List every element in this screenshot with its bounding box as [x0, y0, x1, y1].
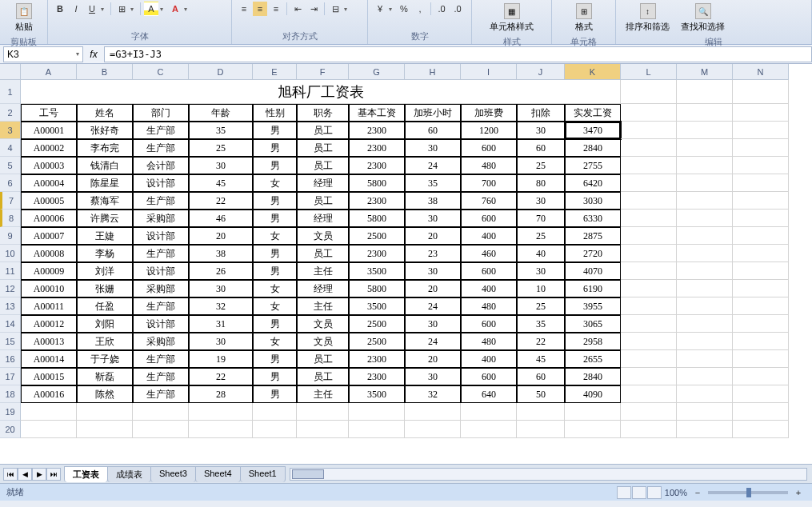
- sheet-tab[interactable]: 成绩表: [107, 466, 151, 482]
- data-cell[interactable]: 男: [253, 210, 297, 227]
- data-cell[interactable]: 2300: [349, 157, 405, 174]
- data-cell[interactable]: 460: [461, 245, 517, 262]
- row-header-18[interactable]: 18: [0, 385, 21, 403]
- data-cell[interactable]: 主任: [297, 262, 349, 280]
- sheet-tab[interactable]: Sheet3: [150, 466, 196, 482]
- data-cell[interactable]: 采购部: [133, 333, 189, 350]
- data-cell[interactable]: 会计部: [133, 157, 189, 174]
- data-cell[interactable]: A00003: [21, 157, 77, 174]
- data-cell[interactable]: 主任: [297, 297, 349, 315]
- row-header-4[interactable]: 4: [0, 139, 21, 157]
- sheet-tab[interactable]: Sheet4: [195, 466, 241, 482]
- data-cell[interactable]: 2300: [349, 139, 405, 157]
- data-cell[interactable]: A00007: [21, 227, 77, 245]
- data-cell[interactable]: 35: [517, 315, 565, 333]
- data-cell[interactable]: 李布完: [77, 139, 133, 157]
- data-cell[interactable]: 2840: [565, 368, 621, 385]
- zoom-slider[interactable]: [708, 491, 788, 494]
- underline-button[interactable]: U: [85, 2, 99, 16]
- header-cell[interactable]: 加班小时: [405, 104, 461, 122]
- zoom-out[interactable]: −: [690, 485, 705, 500]
- data-cell[interactable]: 设计部: [133, 227, 189, 245]
- data-cell[interactable]: 2840: [565, 139, 621, 157]
- data-cell[interactable]: A00011: [21, 297, 77, 315]
- data-cell[interactable]: 员工: [297, 122, 349, 139]
- data-cell[interactable]: 600: [461, 262, 517, 280]
- align-center-button[interactable]: ≡: [253, 2, 267, 16]
- sheet-nav-last[interactable]: ⏭: [46, 468, 61, 481]
- bold-button[interactable]: B: [53, 2, 67, 16]
- merge-button[interactable]: ⊟: [328, 2, 342, 16]
- row-header-12[interactable]: 12: [0, 280, 21, 297]
- data-cell[interactable]: A00004: [21, 174, 77, 192]
- select-all-corner[interactable]: [0, 64, 21, 80]
- data-cell[interactable]: 生产部: [133, 139, 189, 157]
- data-cell[interactable]: 32: [405, 385, 461, 403]
- row-header-11[interactable]: 11: [0, 262, 21, 280]
- data-cell[interactable]: 采购部: [133, 280, 189, 297]
- data-cell[interactable]: 男: [253, 315, 297, 333]
- row-header-1[interactable]: 1: [0, 80, 21, 104]
- data-cell[interactable]: 男: [253, 245, 297, 262]
- header-cell[interactable]: 实发工资: [565, 104, 621, 122]
- sheet-nav-prev[interactable]: ◀: [18, 468, 32, 481]
- data-cell[interactable]: 2300: [349, 192, 405, 210]
- data-cell[interactable]: 经理: [297, 210, 349, 227]
- data-cell[interactable]: 生产部: [133, 122, 189, 139]
- border-button[interactable]: ⊞: [114, 2, 129, 16]
- data-cell[interactable]: 24: [405, 157, 461, 174]
- sheet-nav-first[interactable]: ⏮: [3, 468, 18, 481]
- column-header-F[interactable]: F: [297, 64, 349, 80]
- data-cell[interactable]: 640: [461, 385, 517, 403]
- data-cell[interactable]: 25: [517, 227, 565, 245]
- data-cell[interactable]: 女: [253, 174, 297, 192]
- row-header-7[interactable]: 7: [0, 192, 21, 210]
- data-cell[interactable]: 男: [253, 122, 297, 139]
- data-cell[interactable]: 陈然: [77, 385, 133, 403]
- header-cell[interactable]: 工号: [21, 104, 77, 122]
- data-cell[interactable]: A00016: [21, 385, 77, 403]
- horizontal-scrollbar[interactable]: [290, 468, 807, 481]
- data-cell[interactable]: 员工: [297, 192, 349, 210]
- column-header-D[interactable]: D: [189, 64, 253, 80]
- data-cell[interactable]: 文员: [297, 315, 349, 333]
- italic-button[interactable]: I: [69, 2, 83, 16]
- sheet-tab[interactable]: Sheet1: [240, 466, 286, 482]
- data-cell[interactable]: 60: [405, 122, 461, 139]
- data-cell[interactable]: 28: [189, 385, 253, 403]
- data-cell[interactable]: 600: [461, 368, 517, 385]
- data-cell[interactable]: 女: [253, 297, 297, 315]
- data-cell[interactable]: 3470: [565, 122, 621, 139]
- data-cell[interactable]: 35: [189, 122, 253, 139]
- data-cell[interactable]: 24: [405, 297, 461, 315]
- data-cell[interactable]: 30: [189, 157, 253, 174]
- data-cell[interactable]: 任盈: [77, 297, 133, 315]
- data-cell[interactable]: 女: [253, 333, 297, 350]
- data-cell[interactable]: 蔡海军: [77, 192, 133, 210]
- data-cell[interactable]: 50: [517, 385, 565, 403]
- column-header-A[interactable]: A: [21, 64, 77, 80]
- align-left-button[interactable]: ≡: [237, 2, 251, 16]
- data-cell[interactable]: 30: [189, 333, 253, 350]
- comma-button[interactable]: ,: [413, 2, 427, 16]
- view-page-layout[interactable]: [632, 486, 646, 499]
- data-cell[interactable]: 30: [405, 368, 461, 385]
- data-cell[interactable]: 45: [517, 350, 565, 368]
- data-cell[interactable]: 靳磊: [77, 368, 133, 385]
- data-cell[interactable]: 王欣: [77, 333, 133, 350]
- data-cell[interactable]: A00015: [21, 368, 77, 385]
- data-cell[interactable]: 陈星星: [77, 174, 133, 192]
- data-cell[interactable]: 生产部: [133, 350, 189, 368]
- data-cell[interactable]: 3500: [349, 262, 405, 280]
- fill-color-button[interactable]: A: [144, 2, 158, 16]
- data-cell[interactable]: 400: [461, 350, 517, 368]
- data-cell[interactable]: 刘阳: [77, 315, 133, 333]
- data-cell[interactable]: A00005: [21, 192, 77, 210]
- data-cell[interactable]: A00013: [21, 333, 77, 350]
- data-cell[interactable]: 员工: [297, 368, 349, 385]
- data-cell[interactable]: 2300: [349, 350, 405, 368]
- data-cell[interactable]: 30: [517, 192, 565, 210]
- data-cell[interactable]: 员工: [297, 139, 349, 157]
- data-cell[interactable]: 60: [517, 139, 565, 157]
- data-cell[interactable]: 1200: [461, 122, 517, 139]
